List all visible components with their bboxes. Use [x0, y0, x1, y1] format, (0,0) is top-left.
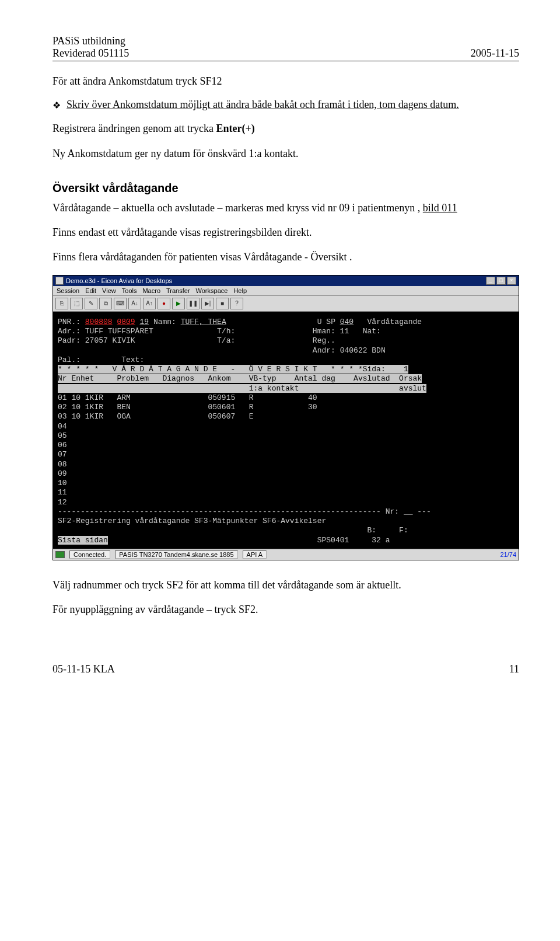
toolbar: ⎘ ⬚ ✎ ⧉ ⌨ A↓ A↑ ● ▶ ❚❚ ▶| ■ ? — [53, 296, 519, 312]
table-row: 05 — [58, 431, 67, 440]
tool-font-inc[interactable]: A↑ — [143, 298, 156, 309]
register-instruction-a: Registrera ändringen genom att trycka — [52, 123, 216, 134]
maximize-button[interactable]: □ — [496, 277, 506, 285]
menu-help[interactable]: Help — [233, 287, 247, 294]
bild-ref: bild 011 — [423, 202, 457, 214]
play-icon[interactable]: ▶ — [172, 298, 185, 309]
bullet-text-content: Skriv över Ankomstdatum möjligt att ändr… — [66, 99, 459, 110]
table-row: 07 — [58, 450, 67, 459]
select-row-instruction: Välj radnummer och tryck SF2 för att kom… — [52, 578, 519, 592]
table-row: 12 — [58, 498, 67, 507]
table-row: 11 — [58, 488, 67, 497]
status-host: PASIS TN3270 Tandem4.skane.se 1885 — [115, 550, 237, 559]
oversikt-header-1: * * * * * V Å R D Å T A G A N D E - Ö V … — [58, 365, 408, 374]
help-icon[interactable]: ? — [230, 298, 243, 309]
pause-icon[interactable]: ❚❚ — [187, 298, 200, 309]
oversikt-desc-a: Vårdåtagande – aktuella och avslutade – … — [52, 202, 423, 214]
page-number: 11 — [509, 663, 519, 675]
tool-btn-4[interactable]: ⧉ — [99, 298, 112, 309]
table-row: 04 — [58, 422, 67, 431]
single-vard-note: Finns endast ett vårdåtagande visas regi… — [52, 225, 519, 239]
menu-edit[interactable]: Edit — [85, 287, 96, 294]
header-date: 2005-11-15 — [471, 47, 519, 60]
tool-btn-1[interactable]: ⎘ — [55, 298, 68, 309]
table-row: 09 — [58, 469, 67, 478]
sp-code[interactable]: 040 — [340, 318, 354, 326]
header-revised: Reviderad 051115 — [52, 47, 129, 60]
table-row: 01 10 1KIR ARM 050915 R 40 — [58, 393, 317, 402]
stop-icon[interactable]: ■ — [216, 298, 229, 309]
heading-change-ankomst: För att ändra Ankomstdatum tryck SF12 — [52, 74, 519, 88]
oversikt-header-2: Nr Enhet Problem Diagnos Ankom VB-typ An… — [58, 374, 422, 383]
enter-key: Enter(+) — [216, 123, 254, 134]
header-title: PASiS utbildning — [52, 35, 129, 47]
menu-view[interactable]: View — [102, 287, 116, 294]
name-field: TUFF, THEA — [181, 318, 226, 326]
menu-tools[interactable]: Tools — [122, 287, 137, 294]
last-page-label: Sista sidan — [58, 536, 108, 545]
skip-icon[interactable]: ▶| — [201, 298, 214, 309]
conn-icon — [55, 551, 65, 558]
status-connected: Connected. — [69, 550, 110, 559]
menu-macro[interactable]: Macro — [142, 287, 160, 294]
dash-line: ----------------------------------------… — [58, 507, 431, 516]
tool-btn-2[interactable]: ⬚ — [70, 298, 83, 309]
table-row: 06 — [58, 441, 67, 449]
close-button[interactable]: × — [507, 277, 516, 285]
footer-left: 05-11-15 KLA — [52, 663, 115, 675]
statusbar: Connected. PASIS TN3270 Tandem4.skane.se… — [53, 549, 519, 560]
tool-btn-3[interactable]: ✎ — [85, 298, 97, 309]
status-api: API A — [243, 550, 267, 559]
tool-btn-5[interactable]: ⌨ — [114, 298, 127, 309]
menu-session[interactable]: Session — [57, 287, 79, 294]
new-ankomst-note: Ny Ankomstdatum ger ny datum för önskvär… — [52, 147, 519, 161]
bullet-instruction: ❖ Skriv över Ankomstdatum möjligt att än… — [52, 99, 519, 111]
menu-workspace[interactable]: Workspace — [196, 287, 228, 294]
minimize-button[interactable]: _ — [486, 277, 495, 285]
page-header: PASiS utbildning Reviderad 051115 2005-1… — [52, 35, 519, 61]
page-footer: 05-11-15 KLA 11 — [52, 663, 519, 675]
pnr-field-3[interactable]: 19 — [139, 318, 149, 326]
pnr-field-2[interactable]: 0809 — [117, 318, 135, 326]
section-title-oversikt: Översikt vårdåtagande — [52, 182, 519, 195]
bullet-text: Skriv över Ankomstdatum möjligt att ändr… — [66, 99, 459, 111]
cursor-position: 21/74 — [500, 551, 516, 558]
multi-vard-note: Finns flera vårdåtaganden för patienten … — [52, 250, 519, 264]
record-icon[interactable]: ● — [158, 298, 170, 309]
terminal-screen: PNR.: 800808 0809 19 Namn: TUFF, THEA U … — [53, 312, 519, 549]
fn-keys-line: SF2-Registrering vårdåtagande SF3-Mätpun… — [58, 517, 326, 525]
table-row: 02 10 1KIR BEN 050601 R 30 — [58, 403, 317, 412]
table-row: 03 10 1KIR ÖGA 050607 E — [58, 412, 253, 421]
new-vard-instruction: För nyuppläggning av vårdåtagande – tryc… — [52, 602, 519, 616]
titlebar: Demo.e3d - Eicon Aviva for Desktops _ □ … — [53, 276, 519, 286]
pnr-field-1[interactable]: 800808 — [85, 318, 113, 326]
diamond-icon: ❖ — [52, 100, 61, 111]
register-instruction: Registrera ändringen genom att trycka En… — [52, 121, 519, 135]
app-icon — [55, 277, 64, 285]
menubar: Session Edit View Tools Macro Transfer W… — [53, 286, 519, 296]
terminal-window: Demo.e3d - Eicon Aviva for Desktops _ □ … — [52, 275, 519, 560]
tool-font-dec[interactable]: A↓ — [128, 298, 141, 309]
table-row: 10 — [58, 479, 67, 487]
oversikt-desc: Vårdåtagande – aktuella och avslutade – … — [52, 201, 519, 215]
oversikt-header-3: 1:a kontakt avslut — [58, 384, 426, 393]
window-title: Demo.e3d - Eicon Aviva for Desktops — [66, 277, 172, 284]
table-row: 08 — [58, 460, 67, 469]
menu-transfer[interactable]: Transfer — [166, 287, 190, 294]
